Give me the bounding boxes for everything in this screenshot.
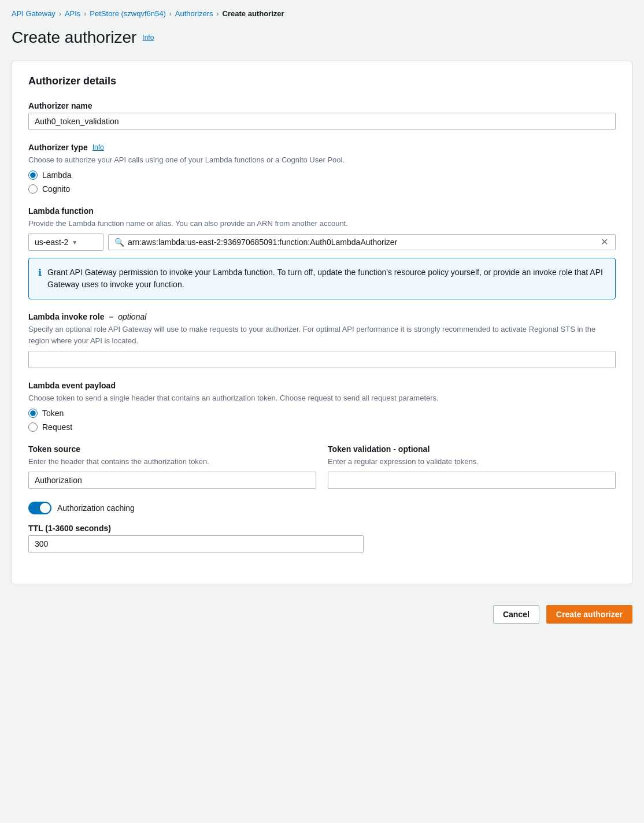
footer-actions: Cancel Create authorizer (12, 596, 632, 633)
token-validation-label: Token validation - optional (328, 444, 616, 454)
lambda-function-group: Lambda function Provide the Lambda funct… (28, 206, 616, 300)
search-icon: 🔍 (114, 238, 124, 247)
event-payload-radio-group: Token Request (28, 409, 616, 432)
token-source-description: Enter the header that contains the autho… (28, 456, 316, 468)
authorizer-type-group: Authorizer type Info Choose to authorize… (28, 143, 616, 194)
breadcrumb-sep-2: › (84, 10, 86, 18)
token-validation-group: Token validation - optional Enter a regu… (328, 444, 616, 490)
breadcrumb-sep-4: › (217, 10, 219, 18)
authorizer-type-info-link[interactable]: Info (92, 143, 104, 151)
lambda-invoke-role-input[interactable] (28, 351, 616, 368)
page-info-link[interactable]: Info (142, 34, 154, 42)
lambda-invoke-role-label: Lambda invoke role – optional (28, 312, 616, 321)
lambda-permission-info-box: ℹ Grant API Gateway permission to invoke… (28, 258, 616, 299)
lambda-arn-input-wrapper: 🔍 ✕ (108, 234, 616, 250)
ttl-input[interactable] (28, 535, 364, 553)
page-title: Create authorizer Info (12, 28, 632, 47)
radio-request-input[interactable] (28, 422, 38, 432)
clear-arn-button[interactable]: ✕ (599, 238, 609, 247)
breadcrumb: API Gateway › APIs › PetStore (szwqvf6n5… (12, 9, 632, 18)
create-authorizer-button[interactable]: Create authorizer (546, 605, 632, 624)
lambda-function-label: Lambda function (28, 206, 616, 216)
radio-token-label: Token (42, 409, 64, 418)
authorizer-name-group: Authorizer name (28, 101, 616, 130)
authorizer-name-input[interactable] (28, 113, 616, 130)
breadcrumb-sep-1: › (59, 10, 61, 18)
lambda-permission-info-text: Grant API Gateway permission to invoke y… (47, 266, 606, 291)
cancel-button[interactable]: Cancel (493, 605, 539, 624)
breadcrumb-api-gateway[interactable]: API Gateway (12, 9, 55, 18)
dropdown-arrow-icon: ▼ (72, 239, 77, 246)
authorizer-details-card: Authorizer details Authorizer name Autho… (12, 61, 632, 584)
lambda-event-payload-description: Choose token to send a single header tha… (28, 392, 616, 404)
lambda-arn-input[interactable] (128, 238, 596, 247)
lambda-function-row: us-east-2 ▼ 🔍 ✕ (28, 233, 616, 251)
authorizer-type-radio-group: Lambda Cognito (28, 170, 616, 194)
radio-cognito-label: Cognito (42, 184, 70, 194)
authorizer-type-description: Choose to authorize your API calls using… (28, 154, 616, 166)
info-circle-icon: ℹ (38, 267, 42, 278)
lambda-event-payload-group: Lambda event payload Choose token to sen… (28, 381, 616, 432)
region-select[interactable]: us-east-2 ▼ (28, 233, 103, 251)
radio-lambda[interactable]: Lambda (28, 170, 616, 180)
breadcrumb-authorizers[interactable]: Authorizers (175, 9, 213, 18)
lambda-invoke-role-description: Specify an optional role API Gateway wil… (28, 324, 616, 346)
breadcrumb-petstore[interactable]: PetStore (szwqvf6n54) (90, 9, 166, 18)
radio-request-label: Request (42, 422, 72, 432)
authorizer-name-label: Authorizer name (28, 101, 616, 110)
radio-token-input[interactable] (28, 409, 38, 418)
lambda-invoke-role-group: Lambda invoke role – optional Specify an… (28, 312, 616, 368)
authorizer-type-label: Authorizer type Info (28, 143, 616, 152)
token-validation-description: Enter a regular expression to validate t… (328, 456, 616, 468)
token-source-input[interactable] (28, 472, 316, 489)
authorization-caching-label: Authorization caching (57, 503, 135, 513)
radio-cognito-input[interactable] (28, 184, 38, 194)
radio-lambda-input[interactable] (28, 170, 38, 180)
card-title: Authorizer details (28, 75, 616, 87)
token-validation-input[interactable] (328, 472, 616, 489)
ttl-group: TTL (1-3600 seconds) (28, 524, 616, 553)
radio-lambda-label: Lambda (42, 170, 72, 180)
authorization-caching-toggle[interactable] (28, 502, 51, 514)
radio-token[interactable]: Token (28, 409, 616, 418)
breadcrumb-current: Create authorizer (223, 9, 284, 18)
token-fields-row: Token source Enter the header that conta… (28, 444, 616, 490)
radio-cognito[interactable]: Cognito (28, 184, 616, 194)
breadcrumb-sep-3: › (169, 10, 172, 18)
lambda-function-description: Provide the Lambda function name or alia… (28, 218, 616, 229)
ttl-label: TTL (1-3600 seconds) (28, 524, 616, 533)
breadcrumb-apis[interactable]: APIs (65, 9, 80, 18)
lambda-event-payload-label: Lambda event payload (28, 381, 616, 390)
authorization-caching-row: Authorization caching (28, 502, 616, 514)
token-source-label: Token source (28, 444, 316, 454)
radio-request[interactable]: Request (28, 422, 616, 432)
token-source-group: Token source Enter the header that conta… (28, 444, 316, 490)
